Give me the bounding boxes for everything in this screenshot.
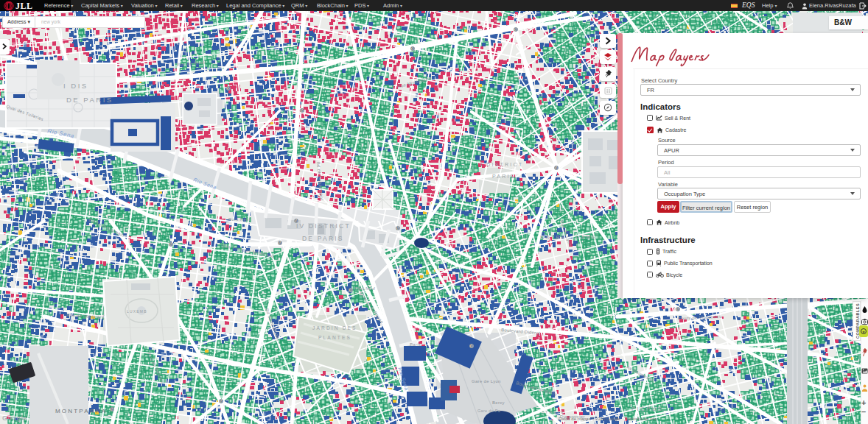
svg-text:M: M	[396, 227, 399, 230]
svg-text:DE PARIS: DE PARIS	[66, 96, 113, 104]
svg-text:PICPUS: PICPUS	[631, 406, 663, 412]
svg-text:DE PARIS: DE PARIS	[302, 235, 344, 242]
svg-text:M: M	[411, 47, 414, 51]
svg-text:IV DISTRICT: IV DISTRICT	[296, 222, 351, 230]
svg-text:M: M	[111, 408, 113, 411]
svg-text:M: M	[279, 241, 281, 245]
svg-text:M: M	[169, 243, 172, 247]
svg-text:Pont Neuf: Pont Neuf	[228, 217, 250, 222]
svg-text:JARDIN DES: JARDIN DES	[312, 325, 357, 331]
svg-text:Gare de Pa: Gare de Pa	[477, 409, 501, 413]
svg-text:M: M	[514, 28, 517, 32]
svg-text:Gare de Lyon: Gare de Lyon	[472, 379, 501, 384]
svg-text:M: M	[470, 344, 473, 348]
svg-text:I DISTRICT: I DISTRICT	[480, 162, 523, 167]
svg-text:M: M	[227, 87, 230, 91]
svg-text:I DIS: I DIS	[63, 82, 88, 90]
svg-text:M: M	[220, 400, 223, 403]
svg-text:Paris: Paris	[410, 342, 421, 347]
svg-text:MONTPARNA: MONTPARNA	[55, 408, 107, 414]
svg-text:PARIS: PARIS	[492, 174, 516, 179]
svg-text:Pont Neuf: Pont Neuf	[355, 286, 375, 291]
svg-text:LUXEMB: LUXEMB	[127, 309, 147, 314]
svg-text:M: M	[555, 166, 558, 170]
svg-text:PLANTES: PLANTES	[318, 335, 351, 340]
svg-text:M: M	[676, 308, 679, 311]
svg-text:Bercy: Bercy	[492, 400, 505, 405]
svg-text:M: M	[301, 109, 304, 113]
svg-text:M: M	[295, 219, 298, 223]
svg-text:M: M	[349, 289, 352, 292]
